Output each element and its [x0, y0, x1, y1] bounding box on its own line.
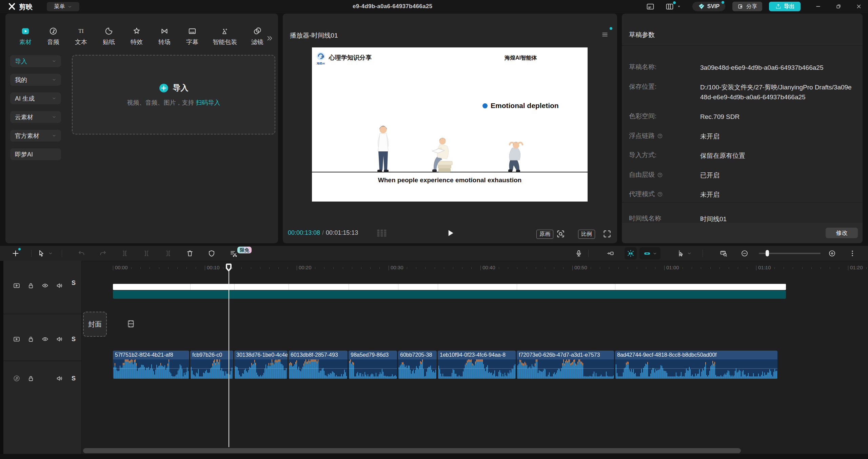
solo-label[interactable]: S [72, 280, 76, 287]
ruler-tick [729, 267, 729, 269]
undo-button[interactable] [77, 249, 85, 257]
help-icon[interactable] [657, 133, 663, 139]
sidebar-item-云素材[interactable]: 云素材 [10, 111, 61, 123]
audio-clip[interactable]: 8ad42744-9ecf-4818-8cc8-b8dbc50ad00f [615, 351, 777, 379]
audio-clip[interactable]: f72073e0-626b-47d7-a3d1-e7573 [517, 351, 614, 379]
sidebar-item-即梦AI[interactable]: 即梦AI [10, 148, 61, 160]
ruler-tick [251, 267, 251, 269]
solo-label[interactable]: S [72, 375, 76, 382]
scan-import-link[interactable]: 扫码导入 [196, 99, 220, 106]
delete-button[interactable] [186, 249, 194, 257]
tabs-overflow-icon[interactable] [266, 35, 273, 42]
split-button[interactable] [121, 249, 129, 257]
audio-clip[interactable]: 1eb10f94-0f23-4fc6-94aa-8 [438, 351, 516, 379]
more-options-button[interactable] [848, 249, 856, 257]
sidebar-item-官方素材[interactable]: 官方素材 [10, 130, 61, 142]
cover-button[interactable]: 封面 [83, 312, 107, 337]
add-media-button[interactable] [12, 249, 20, 257]
tab-素材[interactable]: 素材 [12, 24, 39, 55]
ruler-tick [453, 267, 453, 269]
lock-icon[interactable] [27, 335, 35, 343]
lock-icon[interactable] [27, 282, 35, 289]
tab-音频[interactable]: 音频 [39, 24, 67, 55]
ruler-tick [839, 267, 839, 269]
track-type-icon[interactable] [13, 335, 20, 343]
tab-zhuanchang [160, 27, 169, 36]
tab-特效[interactable]: 特效 [123, 24, 151, 55]
select-tool-dropdown-icon[interactable] [48, 251, 53, 256]
menu-button[interactable]: 菜单 [47, 2, 79, 11]
player-menu-icon[interactable] [601, 31, 609, 38]
redo-button[interactable] [99, 249, 107, 257]
focus-icon[interactable] [556, 229, 565, 238]
time-ruler[interactable]: 00:0000:1000:2000:3000:4000:5001:0001:10… [81, 264, 868, 272]
original-quality-button[interactable]: 原画 [536, 230, 553, 239]
tab-贴纸[interactable]: 贴纸 [95, 24, 123, 55]
audio-clip[interactable]: 60bb7205-38 [398, 351, 437, 379]
track-type-icon[interactable] [13, 375, 20, 382]
solo-label[interactable]: S [72, 336, 76, 343]
visibility-icon[interactable] [41, 282, 49, 289]
mute-icon[interactable] [56, 335, 63, 343]
help-icon[interactable] [657, 191, 663, 197]
close-button[interactable] [854, 2, 864, 11]
tab-文本[interactable]: TI文本 [67, 24, 95, 55]
mute-icon[interactable] [56, 375, 63, 382]
seek-preview-button[interactable] [676, 249, 684, 257]
record-voiceover-button[interactable] [575, 249, 583, 257]
zoom-in-button[interactable] [828, 249, 836, 257]
ruler-tick [150, 267, 150, 269]
fullscreen-icon[interactable] [603, 229, 612, 238]
frames-preview-icon[interactable] [376, 228, 389, 238]
zoom-slider-thumb[interactable] [766, 250, 769, 256]
import-dropzone[interactable]: 导入 视频、音频、图片，支持 扫码导入 [72, 55, 275, 134]
maximize-button[interactable] [833, 2, 844, 11]
horizontal-scrollbar[interactable] [83, 448, 741, 453]
ruler-tick [269, 267, 270, 269]
tab-转场[interactable]: 转场 [151, 24, 178, 55]
auto-snap-button[interactable] [606, 249, 614, 257]
lock-icon[interactable] [27, 375, 35, 382]
visibility-icon[interactable] [41, 335, 49, 343]
subtitle-track-strip[interactable] [113, 284, 786, 290]
play-button[interactable] [446, 228, 455, 238]
sidebar-item-我的[interactable]: 我的 [10, 74, 61, 86]
audio-clip[interactable]: 6013db8f-2857-493 [289, 351, 348, 379]
select-tool-button[interactable] [37, 249, 45, 257]
zoom-out-button[interactable] [741, 249, 749, 257]
tab-滤镜[interactable]: 滤镜 [243, 24, 268, 55]
tab-智能包装[interactable]: 智能包装 [206, 24, 243, 55]
track-type-icon[interactable] [13, 282, 20, 289]
param-value: 未开启 [700, 190, 853, 200]
mask-button[interactable] [208, 249, 216, 257]
audio-clip[interactable]: 57f751b2-8f24-4b21-af8 [113, 351, 189, 379]
modify-button[interactable]: 修改 [826, 228, 858, 238]
teal-track-strip[interactable] [113, 290, 786, 299]
split-left-button[interactable] [142, 249, 151, 257]
audio-clip[interactable]: fcb97b26-c0 [190, 351, 233, 379]
export-button[interactable]: 导出 [769, 2, 801, 11]
fit-timeline-button[interactable] [719, 249, 728, 257]
minimize-button[interactable] [813, 2, 823, 11]
ratio-button[interactable]: 比例 [578, 230, 595, 239]
import-action[interactable]: 导入 [159, 83, 189, 93]
layout-dropdown-icon[interactable] [677, 4, 681, 9]
split-right-button[interactable] [164, 249, 172, 257]
layout-mode-icon[interactable] [665, 2, 674, 11]
sidebar-item-导入[interactable]: 导入 [10, 55, 61, 67]
link-toggle[interactable] [639, 247, 660, 259]
playhead-line[interactable] [229, 265, 229, 447]
mute-icon[interactable] [56, 282, 63, 289]
smart-clip-button[interactable] [229, 249, 237, 257]
param-label: 自由层级 [629, 170, 663, 179]
panel-adjust-icon[interactable] [646, 2, 655, 11]
share-button[interactable]: 分享 [732, 2, 762, 11]
help-icon[interactable] [657, 172, 663, 178]
svip-button[interactable]: SVIP [692, 2, 725, 11]
audio-clip[interactable]: 30138d76-1be0-4c4e [234, 351, 288, 379]
audio-clip[interactable]: 98a5ed79-86d3 [349, 351, 397, 379]
sidebar-item-AI 生成[interactable]: AI 生成 [10, 92, 61, 104]
seek-preview-dropdown-icon[interactable] [687, 251, 692, 256]
tab-字幕[interactable]: 字幕 [178, 24, 206, 55]
preview-axis-toggle[interactable] [625, 247, 637, 259]
